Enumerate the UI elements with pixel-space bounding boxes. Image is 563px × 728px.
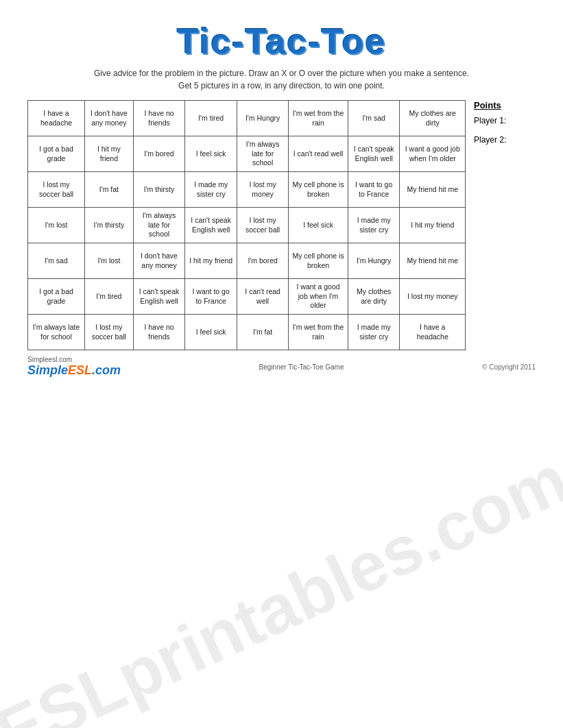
grid-cell-4-0[interactable]: I'm sad bbox=[28, 243, 85, 279]
grid-cell-6-6[interactable]: I made my sister cry bbox=[348, 315, 400, 350]
grid-cell-2-6[interactable]: I want to go to France bbox=[348, 172, 400, 208]
page-title: Tic-Tac-Toe bbox=[27, 21, 536, 62]
grid-cell-2-0[interactable]: I lost my soccer ball bbox=[28, 172, 85, 208]
grid-cell-6-1[interactable]: I lost my soccer ball bbox=[85, 315, 134, 350]
content-area: I have a headacheI don't have any moneyI… bbox=[27, 100, 536, 350]
grid-cell-3-6[interactable]: I made my sister cry bbox=[348, 208, 400, 243]
logo: SimpleESL.com bbox=[27, 363, 121, 378]
grid-cell-4-1[interactable]: I'm lost bbox=[85, 243, 134, 279]
grid-cell-3-2[interactable]: I'm always late for school bbox=[133, 208, 185, 243]
grid-cell-6-5[interactable]: I'm wet from the rain bbox=[289, 315, 348, 350]
grid-cell-6-3[interactable]: I feel sick bbox=[185, 315, 237, 350]
grid-cell-5-1[interactable]: I'm tired bbox=[85, 279, 134, 315]
grid-cell-3-1[interactable]: I'm thirsty bbox=[85, 208, 134, 243]
grid-cell-0-2[interactable]: I have no friends bbox=[133, 101, 185, 136]
grid-cell-0-0[interactable]: I have a headache bbox=[28, 101, 85, 136]
grid-cell-2-7[interactable]: My friend hit me bbox=[400, 172, 466, 208]
grid-cell-0-1[interactable]: I don't have any money bbox=[85, 101, 134, 136]
grid-cell-3-0[interactable]: I'm lost bbox=[28, 208, 85, 243]
grid-cell-3-4[interactable]: I lost my soccer ball bbox=[237, 208, 288, 243]
grid-cell-6-0[interactable]: I'm always late for school bbox=[28, 315, 85, 350]
footer-center: Beginner Tic-Tac-Toe Game bbox=[259, 363, 344, 371]
grid-cell-2-2[interactable]: I'm thirsty bbox=[133, 172, 185, 208]
grid-cell-0-5[interactable]: I'm wet from the rain bbox=[289, 101, 348, 136]
grid-cell-1-3[interactable]: I feel sick bbox=[185, 136, 237, 172]
grid-cell-4-4[interactable]: I'm bored bbox=[237, 243, 288, 279]
copyright: © Copyright 2011 bbox=[482, 363, 536, 371]
grid-cell-0-7[interactable]: My clothes are dirty bbox=[400, 101, 466, 136]
grid-cell-2-1[interactable]: I'm fat bbox=[85, 172, 134, 208]
grid-cell-1-0[interactable]: I got a bad grade bbox=[28, 136, 85, 172]
instructions: Give advice for the problem in the pictu… bbox=[27, 67, 536, 92]
grid-cell-3-7[interactable]: I hit my friend bbox=[400, 208, 466, 243]
grid-cell-5-2[interactable]: I can't speak English well bbox=[133, 279, 185, 315]
grid-cell-6-7[interactable]: I have a headache bbox=[400, 315, 466, 350]
player1-label: Player 1: bbox=[474, 116, 536, 125]
grid-cell-2-3[interactable]: I made my sister cry bbox=[185, 172, 237, 208]
grid-cell-2-4[interactable]: I lost my money bbox=[237, 172, 288, 208]
watermark: ESLprintables.com bbox=[0, 439, 563, 728]
logo-area: Simpleesl.com SimpleESL.com bbox=[27, 356, 121, 378]
page: Tic-Tac-Toe Give advice for the problem … bbox=[0, 0, 563, 728]
grid-cell-0-6[interactable]: I'm sad bbox=[348, 101, 400, 136]
grid-cell-0-3[interactable]: I'm tired bbox=[185, 101, 237, 136]
grid-cell-6-4[interactable]: I'm fat bbox=[237, 315, 288, 350]
grid-cell-2-5[interactable]: My cell phone is broken bbox=[289, 172, 348, 208]
footer: Simpleesl.com SimpleESL.com Beginner Tic… bbox=[27, 356, 536, 378]
grid-cell-6-2[interactable]: I have no friends bbox=[133, 315, 185, 350]
grid-cell-1-1[interactable]: I hit my friend bbox=[85, 136, 134, 172]
grid-cell-0-4[interactable]: I'm Hungry bbox=[237, 101, 288, 136]
points-title: Points bbox=[474, 100, 536, 110]
grid-cell-4-3[interactable]: I hit my friend bbox=[185, 243, 237, 279]
grid-cell-4-6[interactable]: I'm Hungry bbox=[348, 243, 400, 279]
grid-cell-3-5[interactable]: I feel sick bbox=[289, 208, 348, 243]
game-grid: I have a headacheI don't have any moneyI… bbox=[27, 100, 466, 350]
grid-cell-5-4[interactable]: I can't read well bbox=[237, 279, 288, 315]
grid-cell-1-5[interactable]: I can't read well bbox=[289, 136, 348, 172]
grid-cell-1-4[interactable]: I'm always late for school bbox=[237, 136, 288, 172]
grid-cell-5-5[interactable]: I want a good job when I'm older bbox=[289, 279, 348, 315]
grid-cell-1-7[interactable]: I want a good job when I'm older bbox=[400, 136, 466, 172]
grid-cell-4-7[interactable]: My friend hit me bbox=[400, 243, 466, 279]
grid-cell-1-6[interactable]: I can't speak English well bbox=[348, 136, 400, 172]
grid-cell-4-2[interactable]: I don't have any money bbox=[133, 243, 185, 279]
grid-cell-5-0[interactable]: I got a bad grade bbox=[28, 279, 85, 315]
player2-label: Player 2: bbox=[474, 135, 536, 145]
points-section: Points Player 1: Player 2: bbox=[474, 100, 536, 154]
grid-cell-4-5[interactable]: My cell phone is broken bbox=[289, 243, 348, 279]
grid-cell-5-3[interactable]: I want to go to France bbox=[185, 279, 237, 315]
grid-container: I have a headacheI don't have any moneyI… bbox=[27, 100, 466, 350]
grid-cell-5-6[interactable]: My clothes are dirty bbox=[348, 279, 400, 315]
grid-cell-1-2[interactable]: I'm bored bbox=[133, 136, 185, 172]
grid-cell-5-7[interactable]: I lost my money bbox=[400, 279, 466, 315]
site-label: Simpleesl.com bbox=[27, 356, 72, 363]
grid-cell-3-3[interactable]: I can't speak English well bbox=[185, 208, 237, 243]
